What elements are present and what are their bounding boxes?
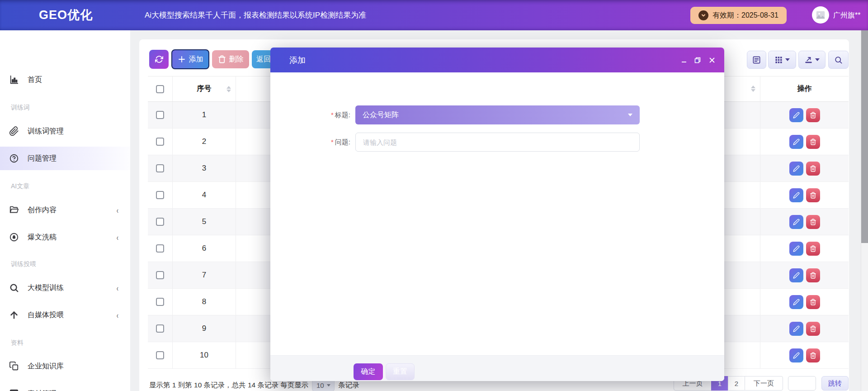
pencil-icon: [793, 192, 800, 199]
close-button[interactable]: [705, 48, 719, 72]
sort-icon: [751, 86, 755, 92]
dialog-body: *标题: 公众号矩阵 *问题:: [270, 72, 724, 355]
avatar[interactable]: [812, 6, 829, 24]
row-seq: 4: [173, 182, 236, 208]
edit-button[interactable]: [789, 348, 803, 362]
column-header-action: 操作: [760, 84, 849, 94]
image-icon: [9, 389, 19, 391]
edit-button[interactable]: [789, 188, 803, 202]
row-checkbox[interactable]: [156, 111, 164, 119]
delete-row-button[interactable]: [806, 135, 820, 149]
question-circle-icon: [9, 153, 19, 163]
trash-icon: [810, 245, 816, 252]
sidebar-section-training-words: 训练词: [11, 104, 30, 114]
row-checkbox[interactable]: [156, 244, 164, 253]
sidebar-item-home[interactable]: 首页: [0, 68, 130, 91]
row-checkbox[interactable]: [156, 271, 164, 279]
delete-row-button[interactable]: [806, 215, 820, 229]
row-checkbox[interactable]: [156, 351, 164, 359]
search-button[interactable]: [828, 51, 849, 69]
trash-icon: [810, 352, 816, 359]
jump-page-input[interactable]: [788, 376, 816, 391]
avatar-image-icon: [816, 10, 826, 20]
title-field-label: *标题:: [270, 111, 350, 119]
delete-row-button[interactable]: [806, 348, 820, 362]
folder-open-icon: [9, 205, 19, 215]
reset-button[interactable]: 重置: [386, 363, 415, 380]
question-input[interactable]: [355, 133, 640, 152]
select-all-checkbox[interactable]: [156, 85, 164, 93]
close-icon: [709, 57, 715, 63]
maximize-button[interactable]: [691, 48, 704, 72]
sidebar-item-label: 大模型训练: [28, 283, 64, 293]
page-scrollbar[interactable]: [861, 30, 868, 391]
refresh-button[interactable]: [149, 50, 169, 69]
jump-button[interactable]: 跳转: [821, 376, 849, 391]
sidebar-item-label: 训练词管理: [28, 127, 64, 136]
pencil-icon: [793, 219, 800, 225]
edit-button[interactable]: [789, 108, 803, 122]
sidebar-item-training-word-management[interactable]: 训练词管理: [0, 119, 130, 143]
row-checkbox[interactable]: [156, 218, 164, 226]
delete-row-button[interactable]: [806, 242, 820, 256]
edit-button[interactable]: [789, 295, 803, 309]
pencil-icon: [793, 112, 800, 119]
sidebar-item-llm-training[interactable]: 大模型训练 ‹: [0, 276, 130, 300]
pagination-unit-text: 条记录: [338, 381, 359, 390]
delete-row-button[interactable]: [806, 295, 820, 309]
trash-icon: [810, 192, 816, 199]
minimize-icon: [681, 57, 687, 63]
row-seq: 8: [173, 289, 236, 315]
sidebar: 首页 训练词 训练词管理 问题管理 AI文章 创作内容 ‹ 爆文洗稿 ‹ 训练投…: [0, 30, 130, 391]
row-checkbox[interactable]: [156, 164, 164, 172]
delete-row-button[interactable]: [806, 162, 820, 176]
page-button-2[interactable]: 2: [728, 376, 745, 391]
dialog-header[interactable]: 添加: [270, 48, 724, 72]
row-seq: 1: [173, 102, 236, 128]
sidebar-item-material-management[interactable]: 素材管理 ‹: [0, 382, 130, 391]
app: GEO优化 Ai大模型搜索结果千人千面，报表检测结果以系统IP检测结果为准 有效…: [0, 0, 868, 391]
detail-view-button[interactable]: [747, 51, 766, 69]
row-checkbox[interactable]: [156, 138, 164, 146]
delete-row-button[interactable]: [806, 322, 820, 336]
sidebar-item-question-management[interactable]: 问题管理: [0, 147, 130, 170]
confirm-button[interactable]: 确定: [354, 363, 383, 380]
delete-row-button[interactable]: [806, 188, 820, 202]
edit-button[interactable]: [789, 322, 803, 336]
edit-button[interactable]: [789, 268, 803, 282]
minimize-button[interactable]: [677, 48, 691, 72]
sidebar-item-knowledge-base[interactable]: 企业知识库: [0, 354, 130, 378]
delete-row-button[interactable]: [806, 268, 820, 282]
trash-icon: [810, 272, 816, 279]
columns-button[interactable]: [768, 51, 796, 69]
edit-button[interactable]: [789, 215, 803, 229]
required-mark: *: [331, 138, 334, 146]
username[interactable]: 广州旗**: [833, 0, 860, 30]
export-button[interactable]: [798, 51, 826, 69]
delete-button[interactable]: 删除: [212, 50, 249, 68]
row-seq: 5: [173, 209, 236, 235]
delete-row-button[interactable]: [806, 108, 820, 122]
caret-down-icon: [628, 114, 632, 116]
row-checkbox[interactable]: [156, 298, 164, 306]
edit-button[interactable]: [789, 242, 803, 256]
title-select[interactable]: 公众号矩阵: [355, 105, 640, 124]
next-page-button[interactable]: 下一页: [745, 376, 783, 391]
back-button-label: 返回: [256, 55, 271, 64]
scrollbar-thumb[interactable]: [861, 30, 868, 243]
sidebar-item-viral-rewrite[interactable]: 爆文洗稿 ‹: [0, 225, 130, 249]
sidebar-item-self-media-feed[interactable]: 自媒体投喂 ‹: [0, 303, 130, 327]
row-seq: 10: [173, 342, 236, 368]
edit-button[interactable]: [789, 135, 803, 149]
row-checkbox[interactable]: [156, 191, 164, 199]
sidebar-item-creative-content[interactable]: 创作内容 ‹: [0, 198, 130, 222]
validity-text: 有效期：2025-08-31: [712, 11, 778, 20]
detail-list-icon: [752, 56, 761, 64]
flame-circle-icon: [9, 232, 19, 242]
edit-button[interactable]: [789, 162, 803, 176]
add-button[interactable]: 添加: [171, 49, 209, 69]
sidebar-item-label: 企业知识库: [28, 362, 64, 371]
column-header-seq[interactable]: 序号: [173, 76, 236, 101]
row-checkbox[interactable]: [156, 324, 164, 333]
dialog-title: 添加: [289, 55, 306, 66]
